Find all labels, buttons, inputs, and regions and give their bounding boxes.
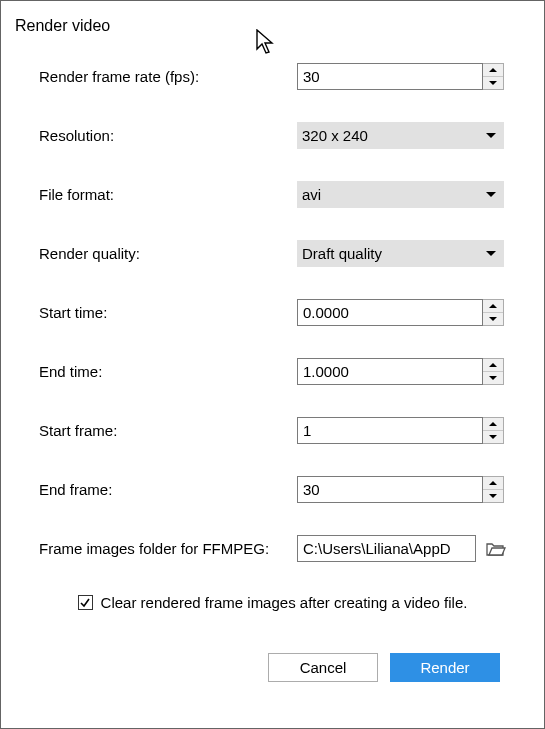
start-time-down[interactable]	[483, 313, 503, 325]
chevron-up-icon	[489, 481, 497, 485]
check-icon	[80, 598, 90, 608]
chevron-down-icon	[489, 435, 497, 439]
start-time-value[interactable]: 0.0000	[297, 299, 483, 326]
button-row: Cancel Render	[39, 653, 506, 682]
end-frame-stepper[interactable]: 30	[297, 476, 504, 503]
frame-rate-down[interactable]	[483, 77, 503, 89]
chevron-down-icon	[489, 494, 497, 498]
chevron-up-icon	[489, 68, 497, 72]
start-time-stepper[interactable]: 0.0000	[297, 299, 504, 326]
frame-rate-stepper[interactable]: 30	[297, 63, 504, 90]
start-frame-up[interactable]	[483, 418, 503, 431]
row-resolution: Resolution: 320 x 240	[39, 122, 506, 149]
label-start-frame: Start frame:	[39, 422, 297, 439]
clear-frames-label: Clear rendered frame images after creati…	[101, 594, 468, 611]
cancel-button[interactable]: Cancel	[268, 653, 378, 682]
frame-rate-spinner	[483, 63, 504, 90]
end-frame-down[interactable]	[483, 490, 503, 502]
chevron-down-icon	[489, 81, 497, 85]
row-end-frame: End frame: 30	[39, 476, 506, 503]
label-file-format: File format:	[39, 186, 297, 203]
row-frame-rate: Render frame rate (fps): 30	[39, 63, 506, 90]
label-frame-rate: Render frame rate (fps):	[39, 68, 297, 85]
end-frame-value[interactable]: 30	[297, 476, 483, 503]
resolution-value: 320 x 240	[302, 127, 486, 144]
chevron-down-icon	[486, 192, 496, 197]
label-ffmpeg-folder: Frame images folder for FFMPEG:	[39, 540, 297, 557]
render-quality-value: Draft quality	[302, 245, 486, 262]
chevron-down-icon	[486, 133, 496, 138]
resolution-select[interactable]: 320 x 240	[297, 122, 504, 149]
start-time-up[interactable]	[483, 300, 503, 313]
folder-icon[interactable]	[486, 541, 506, 557]
dialog-title: Render video	[1, 1, 544, 35]
row-start-frame: Start frame: 1	[39, 417, 506, 444]
chevron-up-icon	[489, 363, 497, 367]
row-ffmpeg-folder: Frame images folder for FFMPEG: C:\Users…	[39, 535, 506, 562]
end-time-spinner	[483, 358, 504, 385]
file-format-select[interactable]: avi	[297, 181, 504, 208]
label-end-frame: End frame:	[39, 481, 297, 498]
file-format-value: avi	[302, 186, 486, 203]
chevron-down-icon	[489, 376, 497, 380]
clear-frames-row: Clear rendered frame images after creati…	[39, 594, 506, 611]
render-button[interactable]: Render	[390, 653, 500, 682]
row-start-time: Start time: 0.0000	[39, 299, 506, 326]
row-end-time: End time: 1.0000	[39, 358, 506, 385]
chevron-up-icon	[489, 304, 497, 308]
clear-frames-checkbox[interactable]	[78, 595, 93, 610]
end-time-down[interactable]	[483, 372, 503, 384]
chevron-down-icon	[489, 317, 497, 321]
label-resolution: Resolution:	[39, 127, 297, 144]
form: Render frame rate (fps): 30 Resolution: …	[1, 35, 544, 682]
row-render-quality: Render quality: Draft quality	[39, 240, 506, 267]
end-time-value[interactable]: 1.0000	[297, 358, 483, 385]
start-frame-stepper[interactable]: 1	[297, 417, 504, 444]
frame-rate-up[interactable]	[483, 64, 503, 77]
label-end-time: End time:	[39, 363, 297, 380]
end-frame-spinner	[483, 476, 504, 503]
label-render-quality: Render quality:	[39, 245, 297, 262]
chevron-up-icon	[489, 422, 497, 426]
chevron-down-icon	[486, 251, 496, 256]
start-frame-down[interactable]	[483, 431, 503, 443]
label-start-time: Start time:	[39, 304, 297, 321]
render-video-dialog: Render video Render frame rate (fps): 30…	[0, 0, 545, 729]
ffmpeg-folder-input[interactable]: C:\Users\Liliana\AppD	[297, 535, 476, 562]
frame-rate-value[interactable]: 30	[297, 63, 483, 90]
start-frame-spinner	[483, 417, 504, 444]
end-time-stepper[interactable]: 1.0000	[297, 358, 504, 385]
start-time-spinner	[483, 299, 504, 326]
render-quality-select[interactable]: Draft quality	[297, 240, 504, 267]
end-frame-up[interactable]	[483, 477, 503, 490]
row-file-format: File format: avi	[39, 181, 506, 208]
start-frame-value[interactable]: 1	[297, 417, 483, 444]
end-time-up[interactable]	[483, 359, 503, 372]
